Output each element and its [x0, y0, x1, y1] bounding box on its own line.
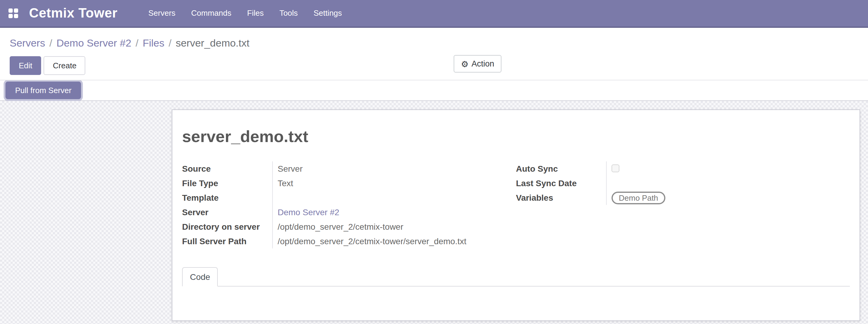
field-row-server: Server Demo Server #2: [182, 205, 516, 220]
field-value-file-type: Text: [273, 176, 516, 190]
tab-code[interactable]: Code: [182, 267, 218, 287]
notebook-tabs: Code: [182, 267, 850, 287]
field-value-variables: Demo Path: [607, 190, 850, 205]
edit-button[interactable]: Edit: [10, 56, 41, 75]
field-row-full-path: Full Server Path /opt/demo_server_2/cetm…: [182, 234, 516, 249]
breadcrumb-separator: /: [45, 37, 56, 49]
variable-tag: Demo Path: [612, 192, 665, 204]
menu-commands[interactable]: Commands: [183, 0, 239, 27]
record-title: server_demo.txt: [182, 126, 850, 147]
breadcrumb-current-file: server_demo.txt: [176, 37, 249, 49]
brand-title[interactable]: Cetmix Tower: [29, 5, 117, 21]
field-row-template: Template: [182, 190, 516, 205]
field-value-template: [273, 190, 516, 205]
field-label: Full Server Path: [182, 234, 273, 249]
field-row-variables: Variables Demo Path: [516, 190, 850, 205]
field-label: Last Sync Date: [516, 176, 607, 190]
form-view-background: server_demo.txt Source Server File Type …: [0, 101, 868, 324]
field-label: Auto Sync: [516, 161, 607, 176]
field-value-auto-sync: [607, 161, 850, 176]
field-row-source: Source Server: [182, 161, 516, 176]
app-window: Cetmix Tower Servers Commands Files Tool…: [0, 0, 868, 324]
menu-files[interactable]: Files: [239, 0, 272, 27]
field-value-source: Server: [273, 161, 516, 176]
left-field-group: Source Server File Type Text Template Se…: [182, 161, 516, 249]
field-row-last-sync-date: Last Sync Date: [516, 176, 850, 190]
breadcrumb-servers[interactable]: Servers: [10, 37, 45, 49]
form-sheet: server_demo.txt Source Server File Type …: [172, 109, 860, 321]
form-buttons: Edit Create: [10, 56, 868, 75]
main-menu: Servers Commands Files Tools Settings: [140, 0, 350, 27]
field-groups: Source Server File Type Text Template Se…: [182, 161, 850, 249]
create-button[interactable]: Create: [44, 56, 86, 75]
field-label: Directory on server: [182, 220, 273, 234]
gear-icon: ⚙: [461, 60, 468, 68]
field-label: Source: [182, 161, 273, 176]
form-statusbar: Pull from Server: [0, 80, 868, 101]
field-row-auto-sync: Auto Sync: [516, 161, 850, 176]
pull-from-server-button[interactable]: Pull from Server: [5, 82, 81, 99]
breadcrumb-demo-server-2[interactable]: Demo Server #2: [57, 37, 131, 49]
field-label: Template: [182, 190, 273, 205]
menu-tools[interactable]: Tools: [272, 0, 306, 27]
field-value-server-link[interactable]: Demo Server #2: [273, 205, 516, 220]
field-row-directory: Directory on server /opt/demo_server_2/c…: [182, 220, 516, 234]
field-label: File Type: [182, 176, 273, 190]
breadcrumb-separator: /: [131, 37, 143, 49]
menu-settings[interactable]: Settings: [306, 0, 350, 27]
apps-grid-icon[interactable]: [8, 8, 18, 18]
field-value-last-sync-date: [607, 176, 850, 190]
field-row-file-type: File Type Text: [182, 176, 516, 190]
field-value-full-path: /opt/demo_server_2/cetmix-tower/server_d…: [273, 234, 516, 249]
breadcrumb-separator: /: [164, 37, 176, 49]
action-menu-button[interactable]: ⚙ Action: [454, 55, 501, 72]
top-navbar: Cetmix Tower Servers Commands Files Tool…: [0, 0, 868, 28]
right-field-group: Auto Sync Last Sync Date Variables Demo …: [516, 161, 850, 249]
action-label: Action: [471, 59, 494, 68]
control-panel: Servers/Demo Server #2/Files/server_demo…: [0, 28, 868, 80]
auto-sync-checkbox: [612, 164, 619, 172]
menu-servers[interactable]: Servers: [140, 0, 183, 27]
breadcrumb: Servers/Demo Server #2/Files/server_demo…: [10, 36, 868, 52]
breadcrumb-files[interactable]: Files: [143, 37, 164, 49]
field-label: Variables: [516, 190, 607, 205]
field-label: Server: [182, 205, 273, 220]
field-value-directory: /opt/demo_server_2/cetmix-tower: [273, 220, 516, 234]
